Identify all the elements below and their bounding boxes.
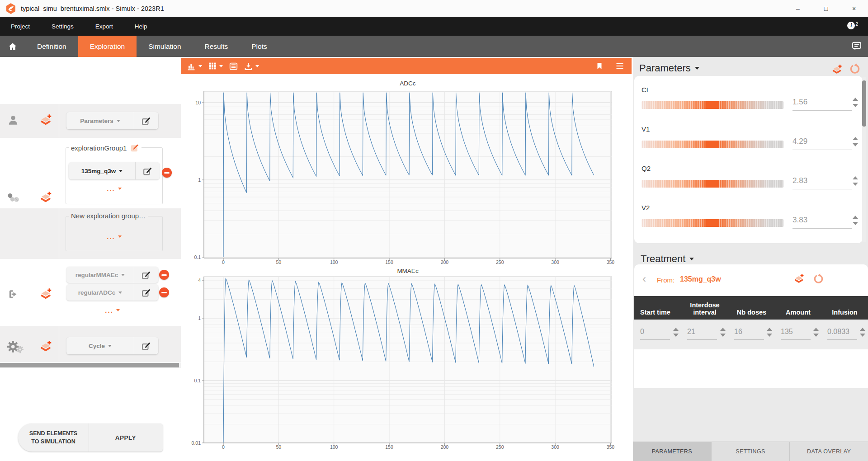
step-up-icon[interactable] <box>853 137 858 140</box>
hamburger-menu-icon[interactable] <box>615 61 624 71</box>
step-up-icon[interactable] <box>673 328 679 331</box>
remove-output2-button[interactable] <box>159 287 169 297</box>
menu-export[interactable]: Export <box>85 17 124 36</box>
step-up-icon[interactable] <box>767 328 772 331</box>
step-down-icon[interactable] <box>860 334 865 337</box>
menu-project[interactable]: Project <box>0 17 41 36</box>
param-stepper-cl[interactable] <box>853 98 858 107</box>
chevron-left-icon[interactable]: ‹ <box>642 273 646 285</box>
legend-list-button[interactable] <box>229 62 238 71</box>
covariate-dropdown[interactable]: Cycle <box>66 337 134 354</box>
reset-parameters-icon[interactable] <box>849 63 860 75</box>
scrollbar-thumb[interactable] <box>862 80 866 127</box>
nb-doses-field[interactable]: 16 <box>728 320 775 349</box>
step-down-icon[interactable] <box>813 334 819 337</box>
add-layer-icon[interactable] <box>39 114 52 127</box>
step-up-icon[interactable] <box>853 98 858 101</box>
tab-results[interactable]: Results <box>193 36 240 57</box>
param-slider-v2[interactable] <box>642 219 783 227</box>
edit-treatment-button[interactable] <box>135 162 160 179</box>
remove-treatment-button[interactable] <box>162 168 172 178</box>
param-slider-cl[interactable] <box>642 101 783 109</box>
home-button[interactable] <box>0 36 25 57</box>
output2-dropdown[interactable]: regularADCc <box>66 284 134 301</box>
param-slider-v1[interactable] <box>642 141 783 148</box>
step-down-icon[interactable] <box>767 334 772 337</box>
param-value-field-q2[interactable]: 2.83 <box>793 176 852 189</box>
step-down-icon[interactable] <box>673 334 679 337</box>
add-layer-icon[interactable] <box>39 191 52 204</box>
parameters-section-title[interactable]: Parameters <box>639 62 699 74</box>
interdose-interval-field[interactable]: 21 <box>681 320 728 349</box>
treatment-section-title[interactable]: Treatment <box>641 253 694 265</box>
add-parameter-set-icon[interactable] <box>831 64 843 75</box>
step-up-icon[interactable] <box>853 176 858 179</box>
tab-plots[interactable]: Plots <box>240 36 278 57</box>
stepper[interactable] <box>813 328 819 337</box>
menu-help[interactable]: Help <box>124 17 158 36</box>
slider-handle[interactable] <box>706 141 719 148</box>
start-time-field[interactable]: 0 <box>634 320 681 349</box>
step-down-icon[interactable] <box>853 222 858 225</box>
param-stepper-v1[interactable] <box>853 137 858 146</box>
step-up-icon[interactable] <box>813 328 819 331</box>
bookmark-icon[interactable] <box>595 61 604 71</box>
add-layer-icon[interactable] <box>39 288 52 301</box>
infusion-field[interactable]: 0.0833 <box>821 320 868 349</box>
treatment-dropdown[interactable]: 135mg_q3w <box>69 162 135 179</box>
menu-settings[interactable]: Settings <box>41 17 85 36</box>
tab-exploration[interactable]: Exploration <box>78 36 137 57</box>
tab-simulation[interactable]: Simulation <box>137 36 193 57</box>
tab-definition[interactable]: Definition <box>25 36 78 57</box>
slider-handle[interactable] <box>706 101 719 109</box>
stepper[interactable] <box>720 328 726 337</box>
stepper[interactable] <box>767 328 772 337</box>
stepper[interactable] <box>673 328 679 337</box>
edit-parameters-button[interactable] <box>134 112 158 129</box>
tab-parameters[interactable]: PARAMETERS <box>633 442 712 461</box>
tab-data-overlay[interactable]: DATA OVERLAY <box>790 442 868 461</box>
step-down-icon[interactable] <box>853 104 858 107</box>
edit-covariate-button[interactable] <box>134 337 158 354</box>
param-stepper-v2[interactable] <box>853 216 858 225</box>
minimize-button[interactable]: – <box>784 0 812 17</box>
left-horizontal-scrollbar[interactable] <box>0 362 181 368</box>
param-value-field-v1[interactable]: 4.29 <box>793 137 852 150</box>
send-to-simulation-button[interactable]: SEND ELEMENTS TO SIMULATION <box>18 423 89 452</box>
parameters-dropdown[interactable]: Parameters <box>66 112 134 129</box>
amount-field[interactable]: 135 <box>775 320 821 349</box>
edit-output2-button[interactable] <box>134 284 158 301</box>
step-up-icon[interactable] <box>853 216 858 219</box>
step-down-icon[interactable] <box>853 143 858 146</box>
tab-settings[interactable]: SETTINGS <box>712 442 790 461</box>
comments-button[interactable] <box>852 41 862 53</box>
add-layer-icon[interactable] <box>39 340 52 353</box>
info-badge[interactable]: i 2 <box>847 22 858 29</box>
edit-output1-button[interactable] <box>134 267 158 283</box>
maximize-button[interactable]: □ <box>812 0 840 17</box>
step-up-icon[interactable] <box>860 328 865 331</box>
new-group-more-button[interactable]: ... <box>66 233 162 240</box>
plot-type-button[interactable] <box>187 62 202 71</box>
close-button[interactable]: × <box>840 0 868 17</box>
output1-dropdown[interactable]: regularMMAEc <box>66 267 134 283</box>
outputs-more-button[interactable]: ... <box>66 306 158 314</box>
param-value-field-cl[interactable]: 1.56 <box>793 98 852 111</box>
param-stepper-q2[interactable] <box>853 176 858 186</box>
slider-handle[interactable] <box>706 219 719 227</box>
parameters-scrollbar[interactable] <box>862 77 866 242</box>
scrollbar-thumb[interactable] <box>0 363 179 367</box>
stepper[interactable] <box>860 328 865 337</box>
apply-button[interactable]: APPLY <box>89 423 162 452</box>
param-value-field-v2[interactable]: 3.83 <box>793 216 852 229</box>
step-down-icon[interactable] <box>853 183 858 186</box>
export-plot-button[interactable] <box>244 62 259 71</box>
slider-handle[interactable] <box>706 180 719 188</box>
add-treatment-icon[interactable] <box>793 273 805 284</box>
reset-treatment-icon[interactable] <box>813 273 824 284</box>
layout-grid-button[interactable] <box>208 62 223 70</box>
step-up-icon[interactable] <box>720 328 726 331</box>
rename-group-icon[interactable] <box>130 143 139 152</box>
group-more-button[interactable]: ... <box>66 185 162 193</box>
remove-output1-button[interactable] <box>159 270 169 280</box>
